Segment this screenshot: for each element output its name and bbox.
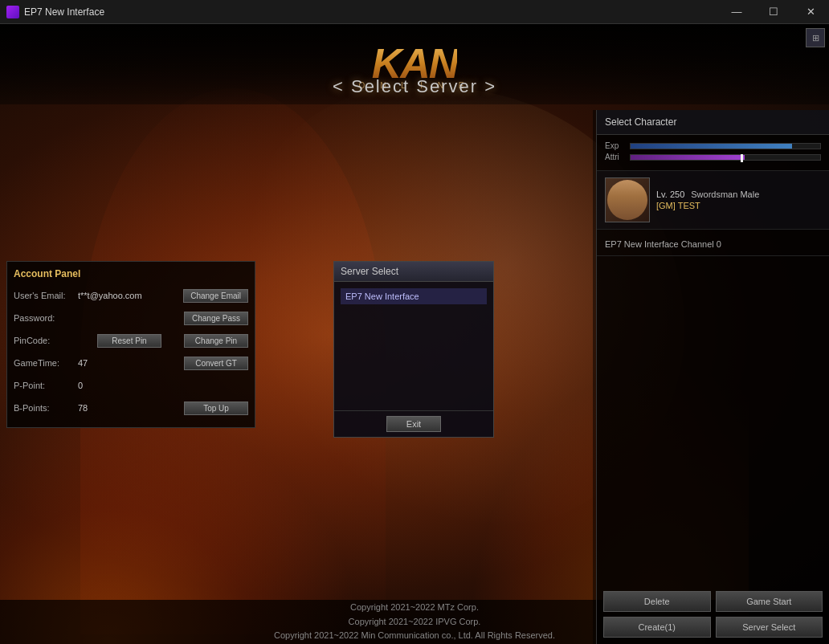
select-character-title: Select Character — [597, 110, 829, 135]
copyright-line1: Copyright 2021~2022 MTz Corp. — [350, 601, 479, 615]
bpoints-label: B-Points: — [14, 403, 78, 413]
server-item[interactable]: EP7 New Interface — [341, 288, 487, 304]
create-button[interactable]: Create(1) — [603, 617, 711, 638]
ppoint-label: P-Point: — [14, 381, 78, 390]
title-bar-left: EP7 New Interface — [0, 6, 104, 18]
password-row: Password: Change Pass — [14, 308, 248, 328]
channel-label: EP7 New Interface Channel 0 — [605, 239, 721, 249]
channel-info: EP7 New Interface Channel 0 — [597, 233, 829, 256]
character-info: Lv. 250 Swordsman Male [GM] TEST — [656, 190, 821, 210]
top-up-button[interactable]: Top Up — [184, 401, 248, 415]
change-pin-button[interactable]: Change Pin — [184, 334, 248, 348]
character-avatar — [605, 177, 650, 222]
ppoint-row: P-Point: 0 — [14, 376, 248, 395]
account-panel: Account Panel User's Email: t**t@yahoo.c… — [6, 261, 255, 428]
attri-label: Attri — [605, 153, 625, 161]
account-panel-title: Account Panel — [14, 268, 248, 279]
server-popup-content: EP7 New Interface — [334, 282, 493, 410]
gametime-label: GameTime: — [14, 358, 78, 368]
character-card[interactable]: Lv. 250 Swordsman Male [GM] TEST — [597, 171, 829, 230]
char-level: Lv. 250 — [656, 190, 684, 199]
minimize-button[interactable]: — — [718, 0, 755, 24]
char-name: [GM] TEST — [656, 201, 821, 210]
server-select-title: < Select Server > — [333, 76, 496, 97]
gametime-row: GameTime: 47 Convert GT — [14, 353, 248, 373]
exp-bar — [630, 143, 821, 149]
email-label: User's Email: — [14, 291, 78, 300]
bpoints-value: 78 — [78, 403, 184, 413]
maximize-button[interactable]: ☐ — [755, 0, 792, 24]
resize-icon[interactable]: ⊞ — [806, 28, 825, 47]
title-controls: — ☐ ✕ — [718, 0, 829, 24]
attri-marker — [741, 154, 743, 162]
character-buttons: Delete Game Start Create(1) Server Selec… — [597, 585, 829, 644]
server-popup-exit-area: Exit — [334, 410, 493, 437]
bpoints-row: B-Points: 78 Top Up — [14, 398, 248, 418]
server-select-button[interactable]: Server Select — [716, 617, 823, 638]
copyright-line2: Copyright 2021~2022 IPVG Corp. — [349, 615, 481, 630]
title-bar: EP7 New Interface — ☐ ✕ — [0, 0, 829, 24]
exp-row: Exp — [605, 141, 821, 150]
exp-label: Exp — [605, 141, 625, 150]
avatar-image — [607, 180, 647, 220]
server-popup: Server Select EP7 New Interface Exit — [333, 261, 494, 438]
pincode-row: PinCode: Reset Pin Change Pin — [14, 331, 248, 350]
char-class: Swordsman Male — [691, 190, 759, 199]
exit-button[interactable]: Exit — [386, 416, 441, 432]
password-label: Password: — [14, 313, 78, 323]
stat-bars: Exp Attri — [597, 135, 829, 171]
copyright-line3: Copyright 2021~2022 Min Communication co… — [274, 629, 555, 643]
pincode-label: PinCode: — [14, 336, 78, 345]
server-select-label-bar: < Select Server > — [0, 76, 829, 97]
level-class-row: Lv. 250 Swordsman Male — [656, 190, 821, 199]
email-value: t**t@yahoo.com — [78, 291, 183, 300]
window-title: EP7 New Interface — [24, 6, 104, 18]
close-button[interactable]: ✕ — [792, 0, 829, 24]
game-start-button[interactable]: Game Start — [716, 591, 823, 612]
change-email-button[interactable]: Change Email — [183, 289, 248, 303]
delete-button[interactable]: Delete — [603, 591, 711, 612]
change-pass-button[interactable]: Change Pass — [184, 312, 248, 325]
email-row: User's Email: t**t@yahoo.com Change Emai… — [14, 286, 248, 305]
convert-gt-button[interactable]: Convert GT — [184, 357, 248, 370]
attri-fill — [631, 155, 745, 160]
attri-row: Attri — [605, 153, 821, 161]
exp-fill — [631, 144, 792, 149]
app-icon — [6, 6, 19, 18]
ppoint-value: 0 — [78, 381, 248, 390]
gametime-value: 47 — [78, 358, 184, 368]
game-area: ⊞ KAN O N L I N E < Select Server > Acco… — [0, 24, 829, 644]
reset-pin-button[interactable]: Reset Pin — [97, 334, 161, 348]
attri-bar — [630, 154, 821, 161]
right-panel: Select Character Exp Attri — [596, 110, 829, 644]
server-popup-title: Server Select — [334, 262, 493, 282]
